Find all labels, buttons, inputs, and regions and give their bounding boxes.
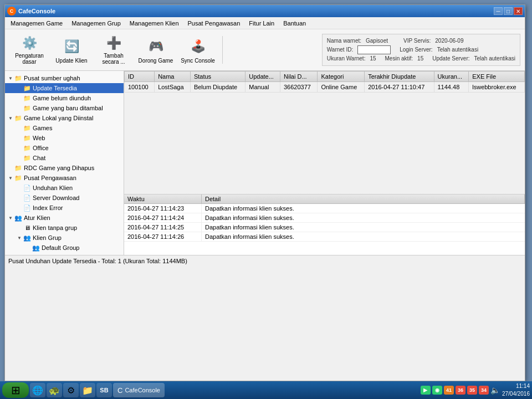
log-detail-header: Detail (202, 195, 525, 203)
sidebar-item-label-default-group: Default Group (42, 244, 79, 251)
taskbar-folder-btn[interactable]: 📁 (80, 383, 95, 397)
warnet-id-input[interactable] (357, 45, 391, 54)
sidebar-item-label-rdc-game-yang-dihapus: RDC Game yang Dihapus (24, 165, 94, 171)
sidebar-item-label-games: Games (33, 125, 52, 131)
sidebar-item-unduhan-klien[interactable]: 📄Unduhan Klien (5, 183, 124, 193)
sidebar-item-index-error[interactable]: 📄Index Error (5, 203, 124, 213)
tree-arrow-pusat-sumber-ughah: ▼ (7, 75, 14, 81)
log-row: 2016-04-27 11:14:25Dapatkan informasi kl… (124, 223, 525, 232)
close-button[interactable]: ✕ (514, 7, 523, 15)
dorong-game-button[interactable]: 🎮 Dorong Game (136, 32, 176, 68)
tree-icon-web: 📁 (23, 134, 32, 142)
vip-servis-label: VIP Servis: (403, 37, 431, 45)
pengaturan-dasar-button[interactable]: ⚙️ Pengaturan dasar (9, 32, 49, 68)
sidebar-item-games[interactable]: 📁Games (5, 123, 124, 133)
tree-arrow-placeholder (7, 165, 14, 171)
col-header-terakhir-diupdate[interactable]: Terakhir Diupdate (365, 71, 434, 82)
tree-arrow-game-lokal-yang-diinstal: ▼ (7, 115, 14, 121)
status-text: Pusat Unduhan Update Tersedia - Total: 1… (8, 258, 187, 264)
col-header-status[interactable]: Status (190, 71, 245, 82)
sidebar-item-label-klien-tanpa-grup: Klien tanpa grup (33, 224, 77, 231)
status-bar: Pusat Unduhan Update Tersedia - Total: 1… (5, 255, 525, 266)
sidebar-item-pusat-pengawasan[interactable]: ▼📁Pusat Pengawasan (5, 173, 124, 183)
table-cell-update...: Manual (245, 82, 280, 93)
menu-fitur-lain[interactable]: Fitur Lain (244, 19, 279, 28)
menu-bantuan[interactable]: Bantuan (279, 19, 310, 28)
log-time-3: 2016-04-27 11:14:26 (124, 232, 202, 241)
log-body[interactable]: 2016-04-27 11:14:23Dapatkan informasi kl… (124, 204, 525, 255)
col-header-nilai-d...[interactable]: Nilai D... (280, 71, 318, 82)
tray-area: ▶ ◉ 41 36 35 34 🔈 11:14 27/04/2016 (421, 382, 530, 398)
update-icon: 🔄 (62, 37, 81, 57)
table-cell-ukuran...: 1144.48 (434, 82, 469, 93)
tree-icon-index-error: 📄 (23, 203, 32, 212)
menu-managemen-grup[interactable]: Managemen Grup (67, 19, 125, 28)
title-bar-buttons: ─ □ ✕ (494, 7, 523, 15)
data-table-container[interactable]: IDNamaStatusUpdate...Nilai D...KategoriT… (124, 71, 525, 194)
tree-arrow-atur-klien: ▼ (7, 214, 14, 221)
maximize-button[interactable]: □ (504, 7, 513, 15)
menu-managemen-game[interactable]: Managemen Game (6, 19, 67, 28)
tree-arrow-placeholder (16, 95, 23, 101)
game-push-icon: 🎮 (146, 37, 166, 57)
volume-icon[interactable]: 🔈 (490, 386, 500, 395)
sidebar-item-klien-tanpa-grup[interactable]: 🖥Klien tanpa grup (5, 223, 124, 233)
col-header-kategori[interactable]: Kategori (318, 71, 365, 82)
sidebar-item-atur-klien[interactable]: ▼👥Atur Klien (5, 213, 124, 223)
sidebar-item-web[interactable]: 📁Web (5, 133, 124, 143)
tray-icons: ▶ ◉ 41 36 35 34 🔈 (421, 386, 500, 395)
col-header-exe-file[interactable]: EXE File (469, 71, 525, 82)
sidebar-item-default-group[interactable]: 👥Default Group (5, 243, 124, 253)
tree-arrow-placeholder (16, 204, 23, 211)
sidebar-item-game-yang-baru-ditambal[interactable]: 📁Game yang baru ditambal (5, 103, 124, 113)
sidebar-item-server-download[interactable]: 📄Server Download (5, 193, 124, 203)
log-detail-0: Dapatkan informasi klien sukses. (202, 204, 525, 213)
sidebar-item-rdc-game-yang-dihapus[interactable]: 📁RDC Game yang Dihapus (5, 163, 124, 173)
taskbar-sb-btn[interactable]: SB (96, 383, 112, 397)
menu-managemen-klien[interactable]: Managemen Klien (125, 19, 183, 28)
col-header-ukuran...[interactable]: Ukuran... (434, 71, 469, 82)
ukuran-warnet-value: 15 (370, 54, 376, 63)
tree-icon-office: 📁 (23, 144, 32, 152)
table-row[interactable]: 100100LostSagaBelum DiupdateManual366203… (125, 82, 525, 93)
menu-pusat-pengawasan[interactable]: Pusat Pengawasan (183, 19, 245, 28)
col-header-nama[interactable]: Nama (155, 71, 191, 82)
window-title: CafeConsole (18, 8, 494, 14)
clock-date: 27/04/2016 (502, 390, 530, 398)
sidebar-item-label-server-download: Server Download (33, 195, 79, 201)
sidebar-item-game-lokal-yang-diinstal[interactable]: ▼📁Game Lokal yang Diinstal (5, 113, 124, 123)
log-row: 2016-04-27 11:14:24Dapatkan informasi kl… (124, 213, 525, 223)
tree-arrow-placeholder (16, 185, 23, 191)
ukuran-warnet-label: Ukuran Warnet: (327, 54, 366, 63)
mesin-aktif-label: Mesin aktif: (385, 54, 413, 63)
taskbar-phone-btn[interactable]: 🐢 (47, 383, 62, 397)
taskbar-cafe-console[interactable]: C CafeConsole (113, 383, 165, 397)
log-time-2: 2016-04-27 11:14:25 (124, 223, 202, 232)
taskbar-settings-btn[interactable]: ⚙ (63, 383, 79, 397)
tree-icon-server-download: 📄 (23, 193, 32, 202)
sidebar-item-klien-grup[interactable]: ▼👥Klien Grup (5, 233, 124, 243)
update-klien-button[interactable]: 🔄 Update Klien (52, 32, 91, 68)
sidebar-item-game-belum-diunduh[interactable]: 📁Game belum diunduh (5, 93, 124, 103)
sync-console-button[interactable]: 🕹️ Sync Console (178, 32, 218, 68)
sidebar-item-label-atur-klien: Atur Klien (24, 214, 50, 221)
taskbar-browser-btn[interactable]: 🌐 (30, 383, 45, 397)
sidebar-item-pusat-sumber-ughah[interactable]: ▼📁Pusat sumber ughah (5, 73, 124, 83)
tree-icon-chat: 📁 (23, 154, 32, 162)
main-window: C CafeConsole ─ □ ✕ Managemen Game Manag… (4, 4, 525, 381)
tambah-secara-button[interactable]: ➕ Tambah secara ... (94, 32, 134, 68)
sync-console-label: Sync Console (181, 58, 215, 64)
minimize-button[interactable]: ─ (494, 7, 503, 15)
col-header-id[interactable]: ID (125, 71, 155, 82)
mesin-aktif-value: 15 (417, 54, 423, 63)
menu-bar: Managemen Game Managemen Grup Managemen … (5, 17, 525, 29)
toolbar: ⚙️ Pengaturan dasar 🔄 Update Klien ➕ Tam… (5, 29, 525, 71)
sidebar-item-office[interactable]: 📁Office (5, 143, 124, 153)
table-cell-exe-file: lswebbroker.exe (469, 82, 525, 93)
col-header-update...[interactable]: Update... (245, 71, 280, 82)
sidebar-item-chat[interactable]: 📁Chat (5, 153, 124, 163)
sidebar-item-update-tersedia[interactable]: 📁Update Tersedia (5, 83, 124, 93)
start-button[interactable]: ⊞ (2, 382, 29, 398)
update-server-label: Update Server: (432, 54, 469, 63)
vip-servis-value: 2020-06-09 (435, 37, 463, 45)
